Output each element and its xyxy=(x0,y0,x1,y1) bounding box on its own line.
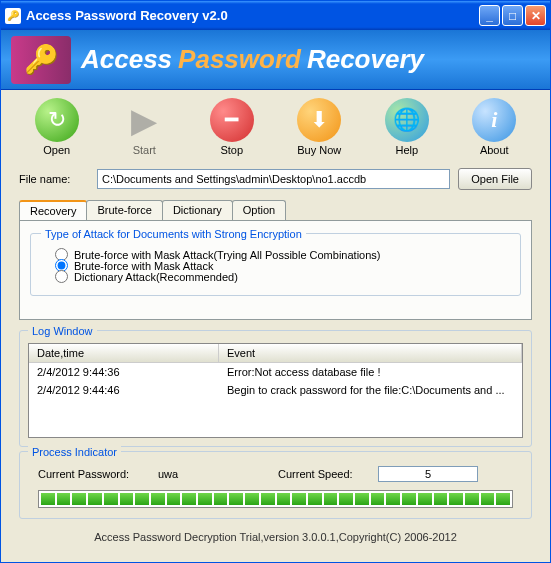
log-col-date[interactable]: Date,time xyxy=(29,344,219,362)
tab-option[interactable]: Option xyxy=(232,200,286,220)
open-button[interactable]: ↻ Open xyxy=(22,98,92,156)
tab-recovery[interactable]: Recovery xyxy=(19,200,87,220)
filename-label: File name: xyxy=(19,173,89,185)
banner-word-password: Password xyxy=(178,44,301,75)
banner-word-access: Access xyxy=(81,44,172,75)
radio-dictionary[interactable] xyxy=(55,270,68,283)
log-col-event[interactable]: Event xyxy=(219,344,522,362)
current-speed-value: 5 xyxy=(378,466,478,482)
refresh-icon: ↻ xyxy=(35,98,79,142)
tab-brute-force[interactable]: Brute-force xyxy=(86,200,162,220)
tab-dictionary[interactable]: Dictionary xyxy=(162,200,233,220)
help-button[interactable]: 🌐 Help xyxy=(372,98,442,156)
current-password-value: uwa xyxy=(158,468,278,480)
buy-now-button[interactable]: ⬇ Buy Now xyxy=(284,98,354,156)
key-icon: 🔑 xyxy=(11,36,71,84)
download-icon: ⬇ xyxy=(297,98,341,142)
attack-type-title: Type of Attack for Documents with Strong… xyxy=(41,228,306,240)
log-cell-event: Begin to crack password for the file:C:\… xyxy=(219,381,522,399)
window-title: Access Password Recovery v2.0 xyxy=(26,8,479,23)
log-window-fieldset: Log Window Date,time Event 2/4/2012 9:44… xyxy=(19,330,532,447)
main-window: 🔑 Access Password Recovery v2.0 _ □ ✕ 🔑 … xyxy=(0,0,551,563)
tab-content: Type of Attack for Documents with Strong… xyxy=(19,220,532,320)
attack-option-3[interactable]: Dictionary Attack(Recommended) xyxy=(41,268,510,285)
table-row[interactable]: 2/4/2012 9:44:36 Error:Not access databa… xyxy=(29,363,522,381)
minimize-button[interactable]: _ xyxy=(479,5,500,26)
log-table[interactable]: Date,time Event 2/4/2012 9:44:36 Error:N… xyxy=(28,343,523,438)
stop-icon: ━ xyxy=(210,98,254,142)
log-window-title: Log Window xyxy=(28,325,97,337)
process-indicator-fieldset: Process Indicator Current Password: uwa … xyxy=(19,451,532,519)
attack-type-fieldset: Type of Attack for Documents with Strong… xyxy=(30,233,521,296)
log-header: Date,time Event xyxy=(29,344,522,363)
titlebar[interactable]: 🔑 Access Password Recovery v2.0 _ □ ✕ xyxy=(1,1,550,30)
table-row[interactable]: 2/4/2012 9:44:46 Begin to crack password… xyxy=(29,381,522,399)
info-icon: i xyxy=(472,98,516,142)
log-cell-event: Error:Not access database file ! xyxy=(219,363,522,381)
about-button[interactable]: i About xyxy=(459,98,529,156)
banner: 🔑 Access Password Recovery xyxy=(1,30,550,90)
progress-bar xyxy=(38,490,513,508)
log-cell-date: 2/4/2012 9:44:36 xyxy=(29,363,219,381)
current-speed-label: Current Speed: xyxy=(278,468,378,480)
log-cell-date: 2/4/2012 9:44:46 xyxy=(29,381,219,399)
start-button: ▶ Start xyxy=(109,98,179,156)
globe-icon: 🌐 xyxy=(385,98,429,142)
banner-title: Access Password Recovery xyxy=(81,44,424,75)
footer-text: Access Password Decryption Trial,version… xyxy=(1,523,550,547)
filename-row: File name: Open File xyxy=(1,164,550,194)
play-icon: ▶ xyxy=(122,98,166,142)
stop-button[interactable]: ━ Stop xyxy=(197,98,267,156)
attack-option-3-label: Dictionary Attack(Recommended) xyxy=(74,271,238,283)
maximize-button[interactable]: □ xyxy=(502,5,523,26)
process-indicator-title: Process Indicator xyxy=(28,446,121,458)
banner-word-recovery: Recovery xyxy=(307,44,424,75)
open-file-button[interactable]: Open File xyxy=(458,168,532,190)
tab-bar: Recovery Brute-force Dictionary Option xyxy=(19,200,532,220)
current-password-label: Current Password: xyxy=(38,468,158,480)
filename-input[interactable] xyxy=(97,169,450,189)
close-button[interactable]: ✕ xyxy=(525,5,546,26)
app-icon: 🔑 xyxy=(5,8,21,24)
toolbar: ↻ Open ▶ Start ━ Stop ⬇ Buy Now 🌐 Help i… xyxy=(1,90,550,164)
